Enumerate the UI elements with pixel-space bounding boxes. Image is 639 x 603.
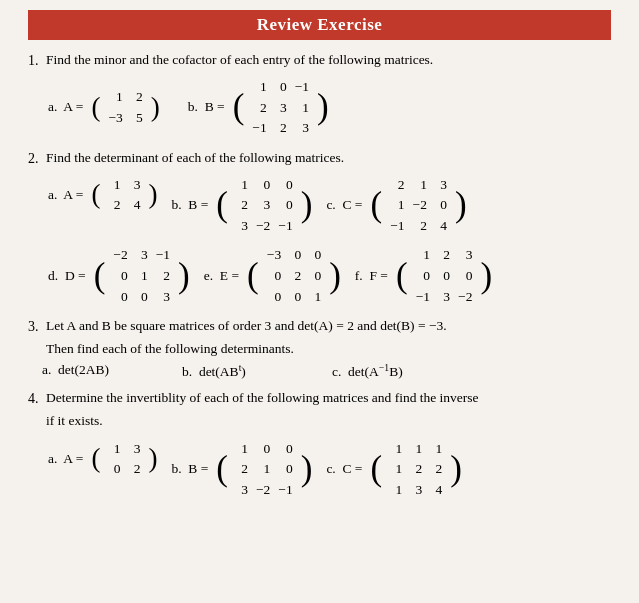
problem-2-row2: d. D = ( −2 3 −1 0 1 2 0 0 3 ) e. E = bbox=[48, 243, 611, 308]
problem-2b: b. B = ( 1 0 0 2 3 0 3 −2 −1 ) bbox=[171, 173, 312, 238]
p3c: c. det(A−1B) bbox=[332, 361, 462, 380]
problem-4-header: 4. Determine the invertiblity of each of… bbox=[28, 390, 611, 407]
problem-2e: e. E = ( −3 0 0 0 2 0 0 0 1 ) bbox=[204, 243, 341, 308]
problem-2-number: 2. bbox=[28, 150, 46, 167]
problem-1a: a. A = ( 1 2 −3 5 ) bbox=[48, 85, 160, 129]
p4c-matrix: 1 1 1 1 2 2 1 3 4 bbox=[386, 437, 446, 502]
problem-4-number: 4. bbox=[28, 390, 46, 407]
problem-2f: f. F = ( 1 2 3 0 0 0 −1 3 −2 ) bbox=[355, 243, 492, 308]
p3a: a. det(2AB) bbox=[42, 362, 172, 378]
problem-1b: b. B = ( 1 0 −1 2 3 1 −1 2 3 ) bbox=[188, 75, 329, 140]
p2f-label: f. F = bbox=[355, 268, 388, 284]
problem-3-subtext: Then find each of the following determin… bbox=[46, 339, 611, 357]
p2a-label: a. A = bbox=[48, 187, 83, 203]
problem-3-text: Let A and B be square matrices of order … bbox=[46, 318, 447, 334]
p2d-label: d. D = bbox=[48, 268, 86, 284]
problem-4a: a. A = ( 1 3 0 2 ) bbox=[48, 437, 157, 481]
p2c-label: c. C = bbox=[326, 197, 362, 213]
problem-2d: d. D = ( −2 3 −1 0 1 2 0 0 3 ) bbox=[48, 243, 190, 308]
p2c-matrix: 2 1 3 1 −2 0 −1 2 4 bbox=[386, 173, 451, 238]
p1b-label: b. B = bbox=[188, 99, 225, 115]
p2e-matrix: −3 0 0 0 2 0 0 0 1 bbox=[263, 243, 325, 308]
p3b: b. det(ABt) bbox=[182, 361, 322, 380]
p3a-label: a. det(2AB) bbox=[42, 362, 109, 377]
p1b-left-paren: ( bbox=[233, 92, 245, 122]
p3b-label: b. det(ABt) bbox=[182, 364, 246, 379]
p4b-matrix: 1 0 0 2 1 0 3 −2 −1 bbox=[232, 437, 297, 502]
problem-2c: c. C = ( 2 1 3 1 −2 0 −1 2 4 ) bbox=[326, 173, 466, 238]
p4b-label: b. B = bbox=[171, 461, 208, 477]
problem-4b: b. B = ( 1 0 0 2 1 0 3 −2 −1 ) bbox=[171, 437, 312, 502]
problem-1-parts: a. A = ( 1 2 −3 5 ) b. B = ( 1 0 −1 2 bbox=[48, 75, 611, 140]
problem-1-text: Find the minor and the cofactor of each … bbox=[46, 52, 433, 68]
page: Review Exercise 1. Find the minor and th… bbox=[0, 0, 639, 603]
problem-4: 4. Determine the invertiblity of each of… bbox=[28, 390, 611, 502]
problem-4c: c. C = ( 1 1 1 1 2 2 1 3 4 ) bbox=[326, 437, 462, 502]
p4c-label: c. C = bbox=[326, 461, 362, 477]
problem-4-subtext: if it exists. bbox=[46, 411, 611, 429]
problem-1-header: 1. Find the minor and the cofactor of ea… bbox=[28, 52, 611, 69]
p3c-label: c. det(A−1B) bbox=[332, 364, 403, 379]
p2b-matrix: 1 0 0 2 3 0 3 −2 −1 bbox=[232, 173, 297, 238]
problem-4-row1: a. A = ( 1 3 0 2 ) b. B = ( 1 0 0 2 bbox=[48, 437, 611, 502]
problem-3-dets: a. det(2AB) b. det(ABt) c. det(A−1B) bbox=[42, 361, 611, 380]
p2f-matrix: 1 2 3 0 0 0 −1 3 −2 bbox=[412, 243, 477, 308]
p1a-right-paren: ) bbox=[151, 96, 160, 119]
p4a-label: a. A = bbox=[48, 451, 83, 467]
p2e-label: e. E = bbox=[204, 268, 239, 284]
problem-2-row1: a. A = ( 1 3 2 4 ) b. B = ( 1 0 0 2 bbox=[48, 173, 611, 238]
p1a-left-paren: ( bbox=[91, 96, 100, 119]
problem-1-number: 1. bbox=[28, 52, 46, 69]
p1a-label: a. A = bbox=[48, 99, 83, 115]
problem-2-text: Find the determinant of each of the foll… bbox=[46, 150, 344, 166]
p1b-right-paren: ) bbox=[317, 92, 329, 122]
page-title: Review Exercise bbox=[28, 10, 611, 40]
problem-3-header: 3. Let A and B be square matrices of ord… bbox=[28, 318, 611, 335]
problem-1: 1. Find the minor and the cofactor of ea… bbox=[28, 52, 611, 140]
problem-4-text: Determine the invertiblity of each of th… bbox=[46, 390, 479, 406]
p2d-matrix: −2 3 −1 0 1 2 0 0 3 bbox=[109, 243, 174, 308]
p1b-matrix: 1 0 −1 2 3 1 −1 2 3 bbox=[248, 75, 313, 140]
p4a-matrix: 1 3 0 2 bbox=[104, 437, 144, 481]
p1a-matrix: 1 2 −3 5 bbox=[104, 85, 146, 129]
problem-3: 3. Let A and B be square matrices of ord… bbox=[28, 318, 611, 380]
p2b-label: b. B = bbox=[171, 197, 208, 213]
problem-2: 2. Find the determinant of each of the f… bbox=[28, 150, 611, 308]
problem-2-header: 2. Find the determinant of each of the f… bbox=[28, 150, 611, 167]
p2a-matrix: 1 3 2 4 bbox=[104, 173, 144, 217]
problem-3-number: 3. bbox=[28, 318, 46, 335]
problem-2a: a. A = ( 1 3 2 4 ) bbox=[48, 173, 157, 217]
